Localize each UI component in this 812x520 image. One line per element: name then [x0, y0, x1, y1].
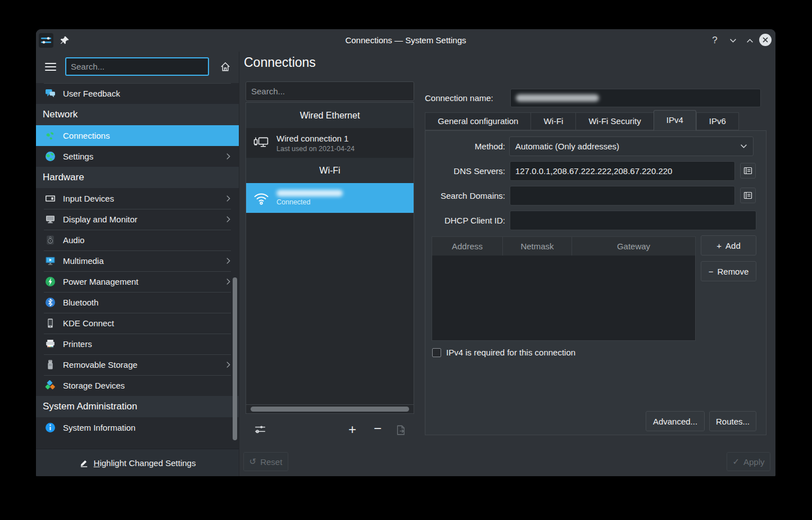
keyboard-icon [45, 193, 56, 204]
info-icon [45, 422, 56, 433]
sidebar-item-input-devices[interactable]: Input Devices [36, 188, 239, 209]
tab-ipv4[interactable]: IPv4 [654, 110, 696, 130]
sidebar-item-system-information[interactable]: System Information [36, 417, 239, 438]
sidebar-item-connections[interactable]: Connections [36, 125, 239, 146]
chevron-right-icon [226, 361, 231, 368]
dhcp-client-id-label: DHCP Client ID: [425, 211, 505, 230]
sidebar-scrollbar[interactable] [233, 277, 237, 440]
tab-bar: General configuration Wi-Fi Wi-Fi Securi… [425, 112, 739, 130]
search-domains-input[interactable] [510, 186, 735, 206]
sidebar-item-storage-devices[interactable]: Storage Devices [36, 375, 239, 396]
apply-button[interactable]: ✓ Apply [727, 452, 770, 471]
sidebar-item-removable-storage[interactable]: Removable Storage [36, 354, 239, 375]
ipv4-required-checkbox-row[interactable]: IPv4 is required for this connection [432, 348, 575, 357]
connection-subtitle: Connected [276, 198, 343, 206]
check-icon: ✓ [732, 457, 740, 467]
tab-ipv6[interactable]: IPv6 [696, 112, 739, 130]
monitor-icon [45, 214, 56, 225]
dhcp-client-id-input[interactable] [510, 211, 756, 230]
chevron-right-icon [226, 195, 231, 202]
group-header-wifi: Wi-Fi [246, 158, 414, 183]
addresses-table-header: Address Netmask Gateway [432, 237, 695, 256]
sidebar-item-user-feedback[interactable]: User Feedback [36, 83, 239, 104]
sidebar-item-bluetooth[interactable]: Bluetooth [36, 292, 239, 313]
sidebar-item-settings[interactable]: Settings [36, 146, 239, 167]
connection-list: Wired Ethernet Wired connection 1 Last u… [246, 102, 414, 414]
addresses-table: Address Netmask Gateway [432, 236, 696, 341]
connection-title: Wired connection 1 [276, 134, 355, 143]
addresses-table-body[interactable] [432, 256, 695, 340]
wifi-icon [252, 191, 271, 206]
speaker-icon [45, 235, 56, 245]
reset-button[interactable]: ↺ Reset [243, 452, 288, 471]
remove-connection-button[interactable]: − [370, 421, 385, 436]
dns-servers-edit-button[interactable] [740, 163, 756, 179]
ipv4-tab-panel: Method: Automatic (Only addresses) DNS S… [425, 130, 766, 435]
window-title: Connections — System Settings [36, 29, 775, 52]
highlight-changed-settings-label: Highlight Changed Settings [94, 458, 196, 468]
sidebar-item-power-management[interactable]: Power Management [36, 271, 239, 292]
column-header-netmask[interactable]: Netmask [503, 237, 572, 256]
connection-name-input[interactable] [510, 89, 761, 107]
configure-connections-icon[interactable] [253, 422, 267, 437]
close-button[interactable] [759, 33, 772, 47]
sidebar-header-hardware: Hardware [36, 167, 239, 188]
connection-item-wired[interactable]: Wired connection 1 Last used on 2021-04-… [246, 128, 414, 158]
smartphone-icon [45, 318, 56, 329]
dns-servers-input[interactable] [510, 161, 735, 181]
globe-icon [45, 130, 56, 141]
advanced-button[interactable]: Advanced... [646, 411, 705, 431]
connection-list-hscrollbar[interactable] [246, 405, 414, 413]
connection-list-search-input[interactable] [246, 81, 414, 101]
chevron-right-icon [226, 278, 231, 285]
chevron-down-icon [740, 144, 747, 149]
sidebar-item-kde-connect[interactable]: KDE Connect [36, 313, 239, 334]
search-domains-edit-button[interactable] [740, 188, 756, 203]
chevron-right-icon [226, 216, 231, 223]
sidebar-item-audio[interactable]: Audio [36, 230, 239, 250]
multimedia-icon [45, 256, 56, 266]
desktop: { "colors": { "accent": "#3daee9", "wind… [0, 0, 812, 520]
method-select[interactable]: Automatic (Only addresses) [509, 136, 754, 156]
dns-servers-label: DNS Servers: [425, 161, 505, 181]
storage-devices-icon [45, 380, 56, 391]
sidebar-item-printers[interactable]: Printers [36, 334, 239, 354]
shade-down-button[interactable] [726, 34, 740, 47]
connection-subtitle: Last used on 2021-04-24 [276, 145, 355, 153]
sidebar-header [36, 52, 239, 83]
system-settings-window: Connections — System Settings ? User Fee… [36, 29, 775, 476]
connection-item-wifi[interactable]: Connected [246, 183, 414, 213]
add-connection-button[interactable]: + [345, 422, 360, 437]
column-header-address[interactable]: Address [432, 237, 503, 256]
highlighter-pen-icon [79, 458, 89, 468]
minus-icon: − [709, 267, 714, 276]
export-connection-icon[interactable] [393, 423, 408, 437]
sidebar-item-multimedia[interactable]: Multimedia [36, 250, 239, 271]
usb-drive-icon [45, 359, 56, 370]
home-icon[interactable] [220, 61, 231, 72]
page-title: Connections [244, 55, 316, 70]
tab-general-configuration[interactable]: General configuration [425, 112, 530, 130]
routes-button[interactable]: Routes... [709, 411, 756, 431]
hamburger-menu-icon[interactable] [45, 63, 56, 72]
highlight-changed-settings-button[interactable]: Highlight Changed Settings [36, 449, 239, 476]
redacted-connection-name [516, 94, 599, 102]
chevron-right-icon [226, 153, 231, 160]
tab-wifi-security[interactable]: Wi-Fi Security [575, 112, 653, 130]
sidebar-header-network: Network [36, 104, 239, 125]
tab-wifi[interactable]: Wi-Fi [530, 112, 575, 130]
shade-up-button[interactable] [743, 34, 756, 47]
column-header-gateway[interactable]: Gateway [572, 237, 695, 256]
sidebar-item-display-monitor[interactable]: Display and Monitor [36, 209, 239, 230]
printer-icon [45, 339, 56, 349]
sidebar-header-system-administration: System Administration [36, 396, 239, 417]
bluetooth-icon [45, 297, 56, 308]
ipv4-required-checkbox[interactable] [432, 348, 441, 357]
remove-address-button[interactable]: − Remove [701, 261, 756, 281]
globe-icon [45, 151, 56, 162]
search-domains-label: Search Domains: [425, 186, 505, 206]
sidebar-search-input[interactable] [65, 57, 209, 76]
add-address-button[interactable]: + Add [701, 235, 756, 256]
help-button[interactable]: ? [708, 34, 722, 47]
titlebar[interactable]: Connections — System Settings ? [36, 29, 775, 52]
